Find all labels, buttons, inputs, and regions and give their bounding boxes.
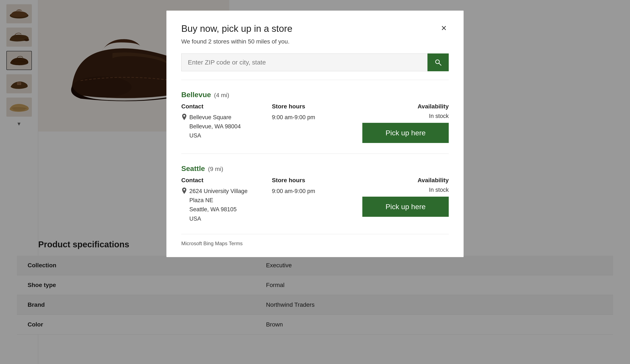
zip-city-search-input[interactable]: [181, 53, 428, 71]
seattle-address: 2624 University VillagePlaza NESeattle, …: [189, 187, 248, 223]
modal-header: Buy now, pick up in a store ×: [181, 23, 449, 34]
modal-close-button[interactable]: ×: [439, 23, 449, 33]
store-seattle-hours-col: Store hours 9:00 am-9:00 pm: [272, 177, 358, 196]
store-seattle-distance: (9 mi): [208, 166, 223, 172]
seattle-address-row: 2624 University VillagePlaza NESeattle, …: [181, 187, 268, 223]
store-bellevue-contact-col: Contact Bellevue SquareBellevue, WA 9800…: [181, 103, 268, 140]
contact-header-seattle: Contact: [181, 177, 268, 184]
bellevue-hours: 9:00 am-9:00 pm: [272, 113, 358, 122]
bellevue-availability-status: In stock: [362, 113, 449, 119]
store-search-row: [181, 53, 449, 71]
store-bellevue-availability-col: Availability In stock Pick up here: [362, 103, 449, 143]
availability-header-seattle: Availability: [362, 177, 449, 184]
search-button[interactable]: [428, 53, 449, 71]
bing-maps-terms-link[interactable]: Microsoft Bing Maps Terms: [181, 241, 449, 247]
bellevue-address: Bellevue SquareBellevue, WA 98004USA: [189, 113, 241, 140]
store-seattle-name-row: Seattle (9 mi): [181, 164, 449, 173]
pick-up-seattle-button[interactable]: Pick up here: [362, 197, 449, 217]
store-entry-seattle: Seattle (9 mi) Contact 2624 University V…: [181, 158, 449, 230]
seattle-availability-status: In stock: [362, 187, 449, 193]
svg-line-7: [439, 63, 441, 65]
store-bellevue-distance: (4 mi): [214, 92, 229, 98]
contact-header-bellevue: Contact: [181, 103, 268, 110]
divider-top: [181, 80, 449, 80]
store-seattle-contact-col: Contact 2624 University VillagePlaza NES…: [181, 177, 268, 223]
store-seattle-availability-col: Availability In stock Pick up here: [362, 177, 449, 217]
modal-subtitle: We found 2 stores within 50 miles of you…: [181, 38, 449, 45]
location-icon-seattle: [181, 187, 187, 195]
store-seattle-name: Seattle: [181, 164, 205, 172]
hours-header-seattle: Store hours: [272, 177, 358, 184]
location-icon-bellevue: [181, 113, 187, 121]
store-seattle-details: Contact 2624 University VillagePlaza NES…: [181, 177, 449, 223]
store-pickup-modal: Buy now, pick up in a store × We found 2…: [166, 10, 464, 257]
search-icon: [434, 58, 442, 66]
seattle-hours: 9:00 am-9:00 pm: [272, 187, 358, 196]
availability-header-bellevue: Availability: [362, 103, 449, 110]
divider-middle: [181, 154, 449, 154]
modal-title: Buy now, pick up in a store: [181, 23, 292, 34]
hours-header-bellevue: Store hours: [272, 103, 358, 110]
store-bellevue-hours-col: Store hours 9:00 am-9:00 pm: [272, 103, 358, 122]
store-bellevue-details: Contact Bellevue SquareBellevue, WA 9800…: [181, 103, 449, 143]
store-bellevue-name: Bellevue: [181, 91, 211, 99]
pick-up-bellevue-button[interactable]: Pick up here: [362, 123, 449, 143]
bellevue-address-row: Bellevue SquareBellevue, WA 98004USA: [181, 113, 268, 140]
store-bellevue-name-row: Bellevue (4 mi): [181, 91, 449, 99]
store-entry-bellevue: Bellevue (4 mi) Contact Bellevue SquareB…: [181, 84, 449, 149]
